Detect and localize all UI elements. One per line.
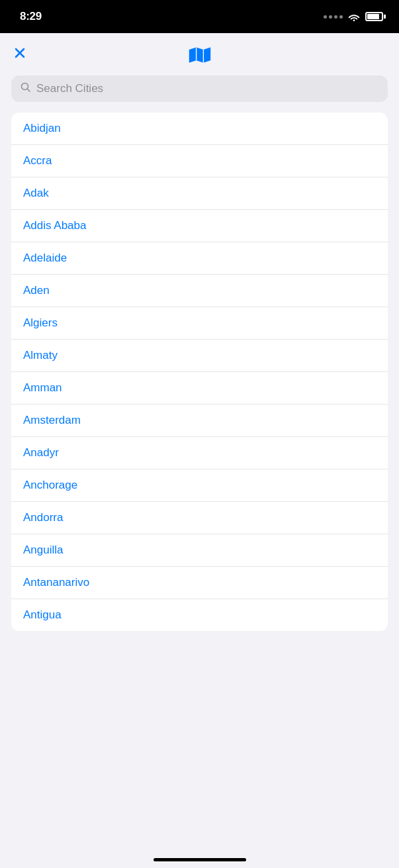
list-item[interactable]: Aden xyxy=(11,275,388,307)
signal-icon xyxy=(324,15,343,19)
city-name: Antananarivo xyxy=(23,576,89,589)
city-name: Andorra xyxy=(23,511,63,524)
city-name: Adelaide xyxy=(23,252,67,264)
list-item[interactable]: Adelaide xyxy=(11,242,388,275)
wifi-icon xyxy=(348,13,360,21)
city-name: Addis Ababa xyxy=(23,219,86,232)
list-item[interactable]: Almaty xyxy=(11,340,388,372)
list-item[interactable]: Algiers xyxy=(11,307,388,340)
city-name: Aden xyxy=(23,284,50,297)
city-name: Adak xyxy=(23,187,49,199)
city-name: Amsterdam xyxy=(23,414,81,426)
list-item[interactable]: Accra xyxy=(11,145,388,177)
city-name: Amman xyxy=(23,381,62,394)
city-name: Accra xyxy=(23,154,52,167)
list-item[interactable]: Adak xyxy=(11,177,388,210)
city-name: Antigua xyxy=(23,608,62,621)
city-name: Algiers xyxy=(23,316,58,329)
map-icon-container xyxy=(188,44,212,68)
header xyxy=(0,33,399,75)
battery-icon xyxy=(365,12,386,21)
modal-card: AbidjanAccraAdakAddis AbabaAdelaideAdenA… xyxy=(0,33,399,868)
list-item[interactable]: Anguilla xyxy=(11,534,388,567)
search-bar[interactable] xyxy=(11,75,388,102)
status-bar: 8:29 xyxy=(0,0,399,33)
city-name: Anchorage xyxy=(23,479,77,491)
list-item[interactable]: Anadyr xyxy=(11,437,388,469)
home-indicator xyxy=(154,858,246,861)
map-icon xyxy=(188,44,212,68)
list-item[interactable]: Addis Ababa xyxy=(11,210,388,242)
search-container xyxy=(0,75,399,107)
city-name: Anadyr xyxy=(23,446,59,459)
list-item[interactable]: Antananarivo xyxy=(11,567,388,599)
list-item[interactable]: Amman xyxy=(11,372,388,405)
list-item[interactable]: Anchorage xyxy=(11,469,388,502)
cities-list: AbidjanAccraAdakAddis AbabaAdelaideAdenA… xyxy=(11,113,388,631)
main-container: AbidjanAccraAdakAddis AbabaAdelaideAdenA… xyxy=(0,33,399,868)
close-button[interactable] xyxy=(13,46,26,62)
search-input[interactable] xyxy=(36,82,378,95)
list-item[interactable]: Amsterdam xyxy=(11,405,388,437)
list-item[interactable]: Antigua xyxy=(11,599,388,631)
status-icons xyxy=(324,12,386,21)
city-name: Anguilla xyxy=(23,544,64,556)
city-name: Abidjan xyxy=(23,122,61,134)
list-item[interactable]: Andorra xyxy=(11,502,388,534)
search-icon xyxy=(21,82,31,95)
status-time: 8:29 xyxy=(20,10,42,23)
list-item[interactable]: Abidjan xyxy=(11,113,388,145)
city-name: Almaty xyxy=(23,349,58,362)
